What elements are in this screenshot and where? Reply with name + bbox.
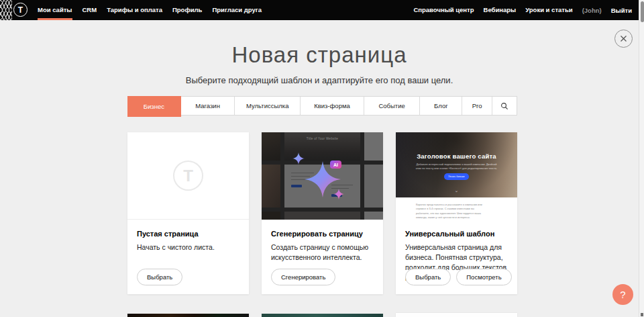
background-pattern	[0, 0, 12, 20]
search-tab-button[interactable]	[492, 97, 517, 115]
page-title: Новая страница	[0, 42, 639, 68]
ai-sparkle-icon-small-bottom	[333, 189, 344, 199]
template-card-partial-3[interactable]	[396, 313, 517, 317]
close-icon	[620, 35, 627, 42]
template-category-tabs: Бизнес Магазин Мультиссылка Квиз-форма С…	[127, 96, 517, 116]
card-title: Сгенерировать страницу	[271, 230, 374, 238]
select-universal-button[interactable]: Выбрать	[405, 269, 451, 285]
template-text-section: Коротко представьтесь и расскажите о ком…	[396, 197, 517, 220]
card-info: Пустая страница Начать с чистого листа. …	[127, 220, 249, 294]
search-icon	[500, 102, 508, 110]
template-hero-image: Заголовок вашего сайта Добавьте интересн…	[396, 132, 517, 197]
username-label: (John)	[582, 7, 602, 14]
top-navbar: T Мои сайты CRM Тарифы и оплата Профиль …	[0, 0, 644, 20]
template-card-partial-2[interactable]	[262, 313, 383, 317]
card-description: Создать страницу с помощью искусственног…	[271, 242, 374, 263]
scrollbar-thumb[interactable]	[641, 1, 644, 22]
nav-item-crm[interactable]: CRM	[83, 0, 97, 20]
scrollbar-end-cap	[641, 313, 643, 316]
universal-template-preview: Заголовок вашего сайта Добавьте интересн…	[396, 132, 517, 220]
tilda-logo[interactable]: T	[13, 3, 28, 17]
tab-quiz-form[interactable]: Квиз-форма	[301, 97, 364, 115]
template-card-blank-page[interactable]: T Пустая страница Начать с чистого листа…	[127, 132, 249, 294]
template-thumbnail	[127, 314, 249, 317]
template-card-universal[interactable]: Заголовок вашего сайта Добавьте интересн…	[396, 132, 517, 294]
card-description: Начать с чистого листа.	[137, 242, 239, 253]
template-paragraph: Коротко представьтесь и расскажите о ком…	[416, 203, 487, 220]
template-hero-heading: Заголовок вашего сайта	[396, 152, 517, 160]
logout-link[interactable]: Выйти	[611, 7, 632, 14]
navbar-left-menu: Мои сайты CRM Тарифы и оплата Профиль Пр…	[38, 0, 262, 20]
nav-item-help-center[interactable]: Справочный центр	[413, 0, 474, 20]
tab-pro[interactable]: Pro	[462, 97, 492, 115]
active-underline	[38, 18, 72, 20]
template-hero-subheading: Добавьте интересный подзаголовок о вашей…	[415, 163, 498, 171]
nav-item-webinars[interactable]: Вебинары	[484, 0, 517, 20]
tab-blog[interactable]: Блог	[420, 97, 462, 115]
select-blank-page-button[interactable]: Выбрать	[137, 269, 182, 285]
preview-universal-button[interactable]: Посмотреть	[456, 269, 511, 285]
nav-item-my-sites[interactable]: Мои сайты	[38, 0, 72, 20]
template-card-partial-1[interactable]	[127, 313, 249, 317]
template-thumbnail	[262, 314, 383, 317]
nav-item-label: Мои сайты	[38, 6, 72, 13]
card-title: Пустая страница	[137, 230, 239, 238]
ai-badge: AI	[330, 161, 341, 169]
ai-generate-preview: Title of Your Website	[262, 132, 383, 220]
template-hero-cta-button: Узнать больше	[444, 173, 469, 180]
navbar-right-menu: Справочный центр Вебинары Уроки и статьи…	[413, 0, 632, 20]
generate-page-button[interactable]: Сгенерировать	[271, 269, 335, 285]
card-title: Универсальный шаблон	[405, 230, 508, 238]
scrollbar-track[interactable]	[639, 0, 644, 317]
nav-item-lessons[interactable]: Уроки и статьи	[525, 0, 572, 20]
template-thumbnail	[396, 314, 517, 317]
tab-multilink[interactable]: Мультиссылка	[235, 97, 301, 115]
nav-item-invite-friend[interactable]: Пригласи друга	[212, 0, 262, 20]
template-card-ai-generate[interactable]: Title of Your Website	[262, 132, 383, 294]
blank-page-preview: T	[127, 132, 249, 220]
ai-sparkle-icon-small-top	[292, 152, 305, 165]
tab-business[interactable]: Бизнес	[127, 96, 181, 117]
nav-item-profile[interactable]: Профиль	[172, 0, 202, 20]
nav-item-tariffs[interactable]: Тарифы и оплата	[107, 0, 162, 20]
tilda-watermark-icon: T	[173, 161, 203, 191]
tab-event[interactable]: Событие	[364, 97, 421, 115]
card-info: Универсальный шаблон Универсальная стран…	[396, 220, 517, 294]
card-info: Сгенерировать страницу Создать страницу …	[262, 220, 383, 294]
tab-shop[interactable]: Магазин	[181, 97, 235, 115]
chevron-down-icon: ⌄	[396, 188, 517, 193]
help-chat-button[interactable]: ?	[612, 284, 633, 305]
page-subtitle: Выберите подходящий шаблон и адаптируйте…	[0, 75, 639, 85]
